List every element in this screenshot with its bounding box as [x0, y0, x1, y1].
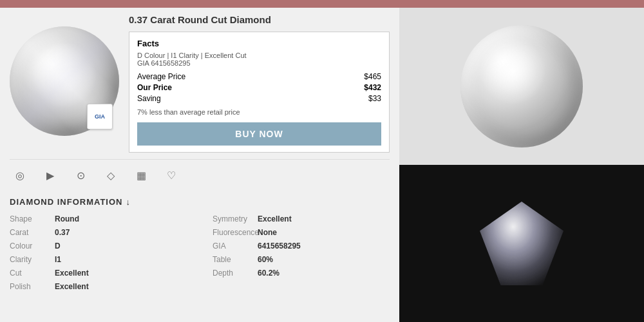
diamond-dark-shape	[480, 202, 564, 285]
average-price-row: Average Price $465	[137, 72, 381, 81]
diamond-info-section: DIAMOND INFORMATION ↓ Shape Round Carat …	[10, 197, 390, 296]
diamond-large-image	[460, 25, 583, 147]
info-label: Clarity	[10, 255, 45, 264]
facts-box: Facts D Colour | I1 Clarity | Excellent …	[129, 32, 390, 153]
content-row-top: GIA 0.37 Carat Round Cut Diamond Facts D…	[10, 14, 390, 153]
info-row: Cut Excellent	[10, 269, 187, 278]
info-value: Excellent	[55, 282, 89, 291]
info-row: Carat 0.37	[10, 228, 187, 237]
info-label: Polish	[10, 282, 45, 291]
icon-bar: ◎ ▶ ⊙ ◇ ▦ ♡	[10, 159, 390, 191]
gia-badge-text: GIA	[95, 113, 105, 120]
diamond-360-icon[interactable]: ◎	[10, 165, 30, 185]
product-title: 0.37 Carat Round Cut Diamond	[129, 14, 390, 25]
section-arrow: ↓	[126, 197, 131, 207]
info-label: Carat	[10, 228, 45, 237]
product-info: 0.37 Carat Round Cut Diamond Facts D Col…	[129, 14, 390, 153]
info-value: D	[55, 242, 61, 251]
heart-icon[interactable]: ♡	[161, 165, 182, 185]
info-row: Depth 60.2%	[213, 269, 390, 278]
bar-chart-icon[interactable]: ▦	[131, 165, 151, 185]
info-row: Shape Round	[10, 214, 187, 223]
info-row: Table 60%	[213, 255, 390, 264]
info-label: Cut	[10, 269, 45, 278]
saving-row: Saving $33	[137, 94, 381, 103]
info-row: GIA 6415658295	[213, 242, 390, 251]
info-col-right: Symmetry Excellent Fluorescence None GIA…	[213, 214, 390, 296]
info-label: Colour	[10, 242, 45, 251]
info-label: Shape	[10, 214, 45, 223]
info-value: 0.37	[55, 228, 70, 237]
info-value: 6415658295	[258, 242, 301, 251]
info-col-left: Shape Round Carat 0.37 Colour D Clarity …	[10, 214, 187, 296]
info-row: Polish Excellent	[10, 282, 187, 291]
right-panel-bottom	[399, 165, 644, 322]
info-value: Round	[55, 214, 79, 223]
our-price-value: $432	[364, 83, 381, 92]
info-columns: Shape Round Carat 0.37 Colour D Clarity …	[10, 214, 390, 296]
info-row: Symmetry Excellent	[213, 214, 390, 223]
info-label: Fluorescence	[213, 228, 248, 237]
diamond-main-image: GIA	[10, 14, 119, 147]
facts-title: Facts	[137, 39, 381, 48]
facts-description: D Colour | I1 Clarity | Excellent Cut GI…	[137, 52, 381, 67]
certificate-icon[interactable]: ⊙	[70, 165, 91, 185]
diamond-image-container: GIA	[10, 26, 119, 136]
info-label: Table	[213, 255, 248, 264]
average-price-label: Average Price	[137, 72, 185, 81]
buy-now-button[interactable]: BUY NOW	[137, 122, 381, 146]
top-bar	[0, 0, 644, 8]
saving-label: Saving	[137, 94, 161, 103]
right-panel	[399, 8, 644, 322]
play-icon[interactable]: ▶	[40, 165, 61, 185]
info-label: GIA	[213, 242, 248, 251]
section-title: DIAMOND INFORMATION	[10, 197, 122, 207]
info-value: Excellent	[55, 269, 89, 278]
info-row: Clarity I1	[10, 255, 187, 264]
info-value: Excellent	[258, 214, 292, 223]
our-price-row: Our Price $432	[137, 83, 381, 92]
diamond-dark-image	[480, 202, 564, 285]
percent-note: 7% less than average retail price	[137, 108, 381, 116]
info-value: I1	[55, 255, 61, 264]
info-row: Fluorescence None	[213, 228, 390, 237]
section-header: DIAMOND INFORMATION ↓	[10, 197, 390, 207]
saving-value: $33	[368, 94, 381, 103]
gia-badge: GIA	[87, 104, 113, 129]
our-price-label: Our Price	[137, 83, 172, 92]
left-panel: GIA 0.37 Carat Round Cut Diamond Facts D…	[0, 8, 399, 322]
main-layout: GIA 0.37 Carat Round Cut Diamond Facts D…	[0, 8, 644, 322]
info-row: Colour D	[10, 242, 187, 251]
info-label: Symmetry	[213, 214, 248, 223]
average-price-value: $465	[364, 72, 381, 81]
info-value: None	[258, 228, 277, 237]
info-value: 60%	[258, 255, 273, 264]
info-label: Depth	[213, 269, 248, 278]
right-panel-top	[399, 8, 644, 165]
diamond-icon[interactable]: ◇	[100, 165, 121, 185]
info-value: 60.2%	[258, 269, 279, 278]
